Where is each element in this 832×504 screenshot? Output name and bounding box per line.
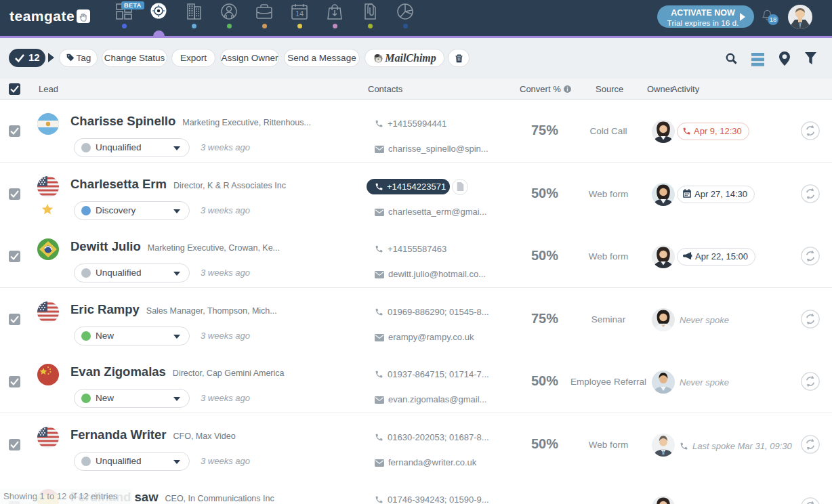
svg-text:14: 14 (295, 9, 304, 18)
